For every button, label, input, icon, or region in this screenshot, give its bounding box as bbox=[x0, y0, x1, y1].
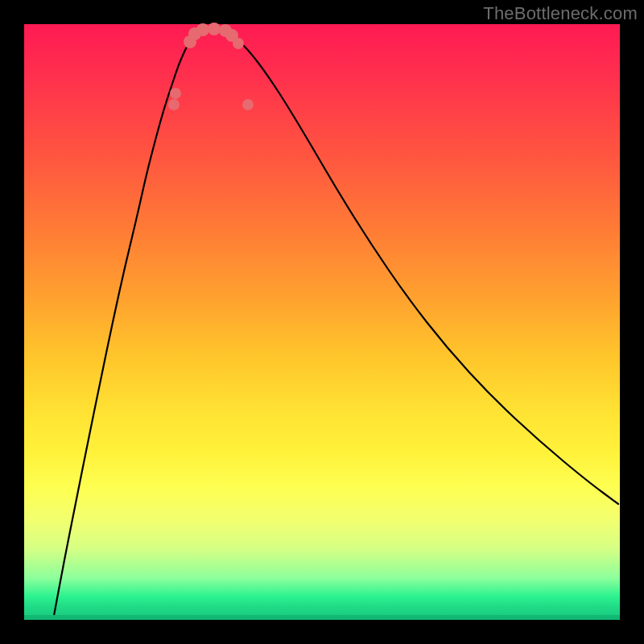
marker-dot bbox=[196, 23, 209, 36]
bottleneck-curve bbox=[24, 24, 620, 620]
curve-right-branch bbox=[230, 34, 618, 504]
marker-dot bbox=[170, 88, 181, 99]
marker-dot bbox=[233, 38, 244, 49]
marker-dot bbox=[208, 23, 221, 35]
chart-plot-area bbox=[24, 24, 620, 620]
watermark-text: TheBottleneck.com bbox=[483, 3, 638, 24]
marker-dot-layer bbox=[168, 23, 254, 110]
curve-left-branch bbox=[53, 34, 195, 620]
marker-dot bbox=[168, 99, 180, 110]
marker-dot bbox=[242, 99, 254, 110]
